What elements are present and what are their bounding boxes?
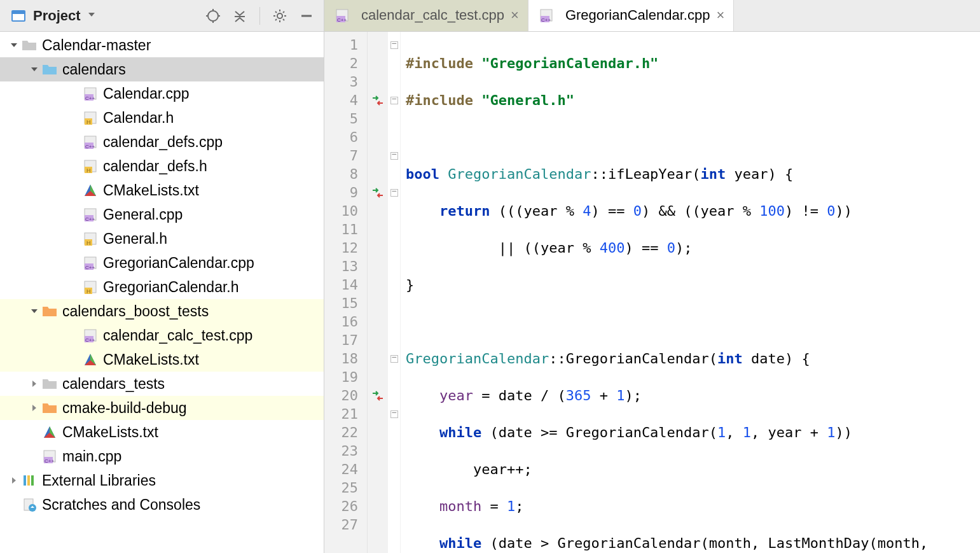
svg-text:C++: C++ <box>85 216 95 221</box>
svg-text:C++: C++ <box>85 144 95 149</box>
tree-item-file[interactable]: C++General.cpp <box>0 202 324 227</box>
cmake-file-icon <box>81 181 99 199</box>
chevron-down-icon[interactable] <box>28 65 41 74</box>
tree-item-file[interactable]: C++calendar_calc_test.cpp <box>0 323 324 347</box>
line-number-gutter[interactable]: 1 2 3 4 5 6 7 8 9 10 11 12 13 14 15 16 1… <box>324 32 368 553</box>
line-number[interactable]: 10 <box>324 202 367 220</box>
tree-item-scratches[interactable]: Scratches and Consoles <box>0 493 324 517</box>
tab-calendar-calc-test[interactable]: C++ calendar_calc_test.cpp × <box>324 0 528 31</box>
vcs-change-marker[interactable] <box>368 91 388 109</box>
line-number[interactable]: 18 <box>324 349 367 368</box>
tree-item-label: calendars <box>62 57 126 81</box>
fold-gutter[interactable] <box>388 32 401 553</box>
line-number[interactable]: 22 <box>324 423 367 442</box>
fold-marker[interactable] <box>388 91 400 109</box>
cpp-file-icon: C++ <box>81 206 99 223</box>
line-number[interactable]: 26 <box>324 497 367 515</box>
project-dropdown-icon[interactable] <box>87 10 96 22</box>
code-text[interactable]: #include "GregorianCalendar.h" #include … <box>401 32 980 553</box>
line-number[interactable]: 27 <box>324 515 367 534</box>
cpp-file-icon: C++ <box>41 447 59 465</box>
line-number[interactable]: 2 <box>324 54 367 73</box>
collapse-all-icon[interactable] <box>229 5 251 27</box>
tree-item-file[interactable]: HGeneral.h <box>0 227 324 251</box>
tree-item-label: Calendar-master <box>42 33 151 57</box>
chevron-right-icon[interactable] <box>28 379 41 388</box>
fold-marker[interactable] <box>388 146 400 165</box>
tree-item-cmake-build-debug[interactable]: cmake-build-debug <box>0 396 324 420</box>
gear-icon[interactable] <box>269 5 291 27</box>
svg-text:C++: C++ <box>85 337 95 342</box>
tab-label: calendar_calc_test.cpp <box>361 7 504 24</box>
line-number[interactable]: 21 <box>324 405 367 423</box>
line-number[interactable]: 15 <box>324 294 367 312</box>
tree-item-file[interactable]: Hcalendar_defs.h <box>0 154 324 178</box>
tree-item-file[interactable]: C++main.cpp <box>0 444 324 468</box>
tree-item-root[interactable]: Calendar-master <box>0 33 324 57</box>
chevron-down-icon[interactable] <box>8 41 20 50</box>
close-icon[interactable]: × <box>511 7 519 24</box>
svg-line-13 <box>275 11 277 13</box>
fold-marker[interactable] <box>388 36 400 54</box>
line-number[interactable]: 19 <box>324 368 367 386</box>
chevron-right-icon[interactable] <box>8 476 20 485</box>
tree-item-boost-tests[interactable]: calendars_boost_tests <box>0 299 324 323</box>
close-icon[interactable]: × <box>716 7 724 24</box>
line-number[interactable]: 12 <box>324 239 367 257</box>
project-label[interactable]: Project <box>33 8 81 24</box>
tree-item-label: calendar_defs.h <box>103 154 207 178</box>
line-number[interactable]: 6 <box>324 128 367 146</box>
code-editor[interactable]: 1 2 3 4 5 6 7 8 9 10 11 12 13 14 15 16 1… <box>324 32 980 553</box>
svg-text:C++: C++ <box>85 95 95 101</box>
project-tree[interactable]: Calendar-master calendars C++Calendar.cp… <box>0 32 324 553</box>
line-number[interactable]: 17 <box>324 331 367 349</box>
tree-item-file[interactable]: HCalendar.h <box>0 106 324 130</box>
line-number[interactable]: 4 <box>324 91 367 109</box>
tree-item-label: calendars_boost_tests <box>62 299 209 323</box>
tree-item-external-libraries[interactable]: External Libraries <box>0 468 324 493</box>
cpp-file-icon: C++ <box>81 85 99 102</box>
tree-item-calendars[interactable]: calendars <box>0 57 324 81</box>
line-number[interactable]: 25 <box>324 479 367 497</box>
line-number[interactable]: 11 <box>324 220 367 239</box>
line-number[interactable]: 16 <box>324 312 367 331</box>
cpp-file-icon: C++ <box>81 326 99 344</box>
tree-item-calendars-tests[interactable]: calendars_tests <box>0 372 324 396</box>
line-number[interactable]: 13 <box>324 257 367 276</box>
folder-icon <box>41 302 59 320</box>
editor-tabs: C++ calendar_calc_test.cpp × C++ Gregori… <box>324 0 980 32</box>
vcs-change-marker[interactable] <box>368 386 388 405</box>
cmake-file-icon <box>81 351 99 368</box>
cpp-file-icon: C++ <box>81 254 99 272</box>
line-number[interactable]: 1 <box>324 36 367 54</box>
line-number[interactable]: 3 <box>324 73 367 91</box>
tree-item-file[interactable]: C++GregorianCalendar.cpp <box>0 251 324 275</box>
chevron-down-icon[interactable] <box>28 307 41 316</box>
fold-marker[interactable] <box>388 183 400 202</box>
tree-item-file[interactable]: CMakeLists.txt <box>0 420 324 444</box>
chevron-right-icon[interactable] <box>28 403 41 412</box>
hide-icon[interactable] <box>296 5 317 27</box>
tree-item-file[interactable]: CMakeLists.txt <box>0 347 324 372</box>
tab-gregorian-calendar[interactable]: C++ GregorianCalendar.cpp × <box>528 0 734 31</box>
line-number[interactable]: 14 <box>324 276 367 294</box>
vcs-change-marker[interactable] <box>368 183 388 202</box>
line-number[interactable]: 5 <box>324 109 367 128</box>
tree-item-label: Scratches and Consoles <box>42 493 200 517</box>
line-number[interactable]: 24 <box>324 460 367 479</box>
vcs-gutter[interactable] <box>368 32 388 553</box>
target-icon[interactable] <box>202 5 224 27</box>
fold-marker[interactable] <box>388 349 400 368</box>
line-number[interactable]: 23 <box>324 442 367 460</box>
line-number[interactable]: 9 <box>324 183 367 202</box>
tree-item-file[interactable]: CMakeLists.txt <box>0 178 324 202</box>
line-number[interactable]: 8 <box>324 165 367 183</box>
tree-item-file[interactable]: C++calendar_defs.cpp <box>0 130 324 154</box>
tree-item-file[interactable]: HGregorianCalendar.h <box>0 275 324 299</box>
tree-item-file[interactable]: C++Calendar.cpp <box>0 81 324 106</box>
tree-item-label: Calendar.cpp <box>103 81 190 106</box>
line-number[interactable]: 7 <box>324 146 367 165</box>
line-number[interactable]: 20 <box>324 386 367 405</box>
fold-marker[interactable] <box>388 405 400 423</box>
separator <box>259 7 260 25</box>
